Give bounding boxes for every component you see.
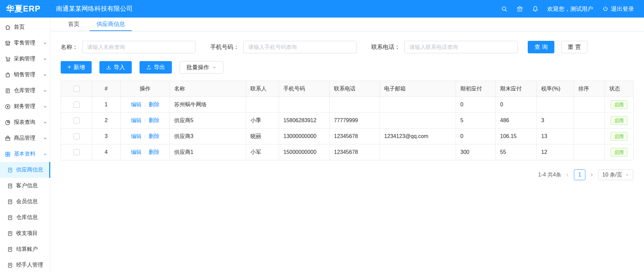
row-checkbox[interactable] xyxy=(73,102,80,108)
prev-page-button[interactable] xyxy=(565,172,570,177)
page-number[interactable]: 1 xyxy=(574,169,585,180)
page-size-select[interactable]: 10 条/页 xyxy=(598,169,633,180)
home-icon xyxy=(5,24,11,30)
col-sort: 排序 xyxy=(574,81,605,97)
col-contact: 联系人 xyxy=(246,81,279,97)
search-icon[interactable] xyxy=(501,5,508,12)
delete-link[interactable]: 删除 xyxy=(149,149,159,155)
row-checkbox[interactable] xyxy=(73,117,80,124)
sidebar-item-settlement-account[interactable]: 结算账户 xyxy=(0,241,50,257)
cell-mobile: 15806283912 xyxy=(279,113,330,129)
report-icon xyxy=(5,119,11,126)
telephone-search-input[interactable] xyxy=(404,41,518,53)
cell-closing-payable: 55 xyxy=(496,144,537,160)
sidebar-item-purchase[interactable]: 采购管理 xyxy=(0,51,50,67)
mobile-label: 手机号码： xyxy=(210,43,239,51)
cell-closing-payable: 486 xyxy=(496,113,537,129)
cell-index: 3 xyxy=(92,129,121,144)
sidebar-item-label: 经手人管理 xyxy=(16,262,43,269)
tab-label: 首页 xyxy=(68,20,80,28)
sidebar-item-label: 基本资料 xyxy=(14,151,35,158)
mobile-search-input[interactable] xyxy=(243,41,357,53)
bank-icon[interactable] xyxy=(516,5,523,12)
select-all-checkbox[interactable] xyxy=(73,86,80,92)
sidebar-item-home[interactable]: 首页 xyxy=(0,19,50,35)
col-name: 名称 xyxy=(170,81,246,97)
content: 名称： 手机号码： 联系电话： 查 询 重 置 + 新增 导入 导出 xyxy=(51,31,644,180)
pagination-total: 1-4 共4条 xyxy=(538,171,561,179)
name-search-input[interactable] xyxy=(82,41,195,53)
sidebar-item-label: 仓库管理 xyxy=(14,87,35,94)
delete-link[interactable]: 删除 xyxy=(149,117,159,123)
delete-link[interactable]: 删除 xyxy=(149,133,159,139)
company-name: 南通某某网络科技有限公司 xyxy=(56,4,133,13)
page-size-value: 10 条/页 xyxy=(602,171,622,179)
sidebar-item-sales[interactable]: 销售管理 xyxy=(0,67,50,83)
sidebar-item-warehouse[interactable]: 仓库管理 xyxy=(0,83,50,99)
sidebar-item-label: 供应商信息 xyxy=(16,166,43,173)
sidebar-item-label: 客户信息 xyxy=(16,182,38,189)
pagination: 1-4 共4条 1 10 条/页 xyxy=(61,169,633,180)
sidebar-item-customer-info[interactable]: 客户信息 xyxy=(0,178,50,194)
edit-link[interactable]: 编辑 xyxy=(131,149,142,155)
cell-index: 1 xyxy=(92,97,121,113)
link-divider xyxy=(145,150,145,155)
sidebar-item-supplier-info[interactable]: 供应商信息 xyxy=(0,162,50,178)
main-area: 首页 供应商信息 名称： 手机号码： 联系电话： 查 询 重 置 + 新增 导入 xyxy=(51,18,644,272)
table-header-row: # 操作 名称 联系人 手机号码 联系电话 电子邮箱 期初应付 期末应付 税率(… xyxy=(61,81,634,97)
export-button[interactable]: 导出 xyxy=(140,61,172,74)
app-logo: 华夏ERP xyxy=(0,3,51,14)
row-checkbox[interactable] xyxy=(73,149,80,155)
sidebar-item-label: 销售管理 xyxy=(14,71,35,78)
sidebar-item-basic-data[interactable]: 基本资料 xyxy=(0,146,50,162)
cell-closing-payable: 106.15 xyxy=(496,129,537,144)
col-mobile: 手机号码 xyxy=(279,81,330,97)
import-button[interactable]: 导入 xyxy=(99,61,132,74)
status-badge: 启用 xyxy=(611,116,627,125)
retail-icon xyxy=(5,40,11,46)
sidebar-item-label: 报表查询 xyxy=(14,119,35,126)
row-checkbox[interactable] xyxy=(73,133,80,139)
cell-contact: 小军 xyxy=(246,144,279,160)
cell-name: 供应商3 xyxy=(170,129,246,144)
document-icon xyxy=(7,230,13,237)
sidebar-item-report[interactable]: 报表查询 xyxy=(0,114,50,130)
logout-label: 退出登录 xyxy=(611,5,634,13)
edit-link[interactable]: 编辑 xyxy=(131,133,142,139)
edit-link[interactable]: 编辑 xyxy=(131,102,142,107)
plus-icon: + xyxy=(67,64,71,70)
delete-link[interactable]: 删除 xyxy=(149,102,159,107)
table-row: 4 编辑删除 供应商1 小军 15000000000 12345678 300 … xyxy=(61,144,634,160)
bell-icon[interactable] xyxy=(532,5,539,12)
cell-sort xyxy=(574,144,605,160)
sidebar-item-finance[interactable]: 财务管理 xyxy=(0,99,50,114)
reset-button[interactable]: 重 置 xyxy=(561,41,588,53)
sidebar-item-goods[interactable]: 商品管理 xyxy=(0,130,50,146)
cell-opening-payable: 0 xyxy=(456,97,496,113)
sidebar-item-warehouse-info[interactable]: 仓库信息 xyxy=(0,210,50,225)
finance-icon xyxy=(5,104,11,110)
batch-operation-button[interactable]: 批量操作 xyxy=(180,61,223,74)
next-page-button[interactable] xyxy=(589,172,594,177)
import-button-label: 导入 xyxy=(114,63,125,71)
link-divider xyxy=(145,134,145,139)
sidebar-item-retail[interactable]: 零售管理 xyxy=(0,35,50,51)
logout-button[interactable]: 退出登录 xyxy=(602,5,634,13)
sidebar-item-income-expense[interactable]: 收支项目 xyxy=(0,225,50,241)
cell-closing-payable: 0 xyxy=(496,97,537,113)
col-opening-payable: 期初应付 xyxy=(456,81,496,97)
cell-telephone xyxy=(330,97,380,113)
col-tax-rate: 税率(%) xyxy=(537,81,574,97)
sidebar-item-handler-management[interactable]: 经手人管理 xyxy=(0,257,50,272)
sidebar-item-label: 首页 xyxy=(14,24,25,31)
cell-contact: 晓丽 xyxy=(246,129,279,144)
cell-tax-rate: 12 xyxy=(537,144,574,160)
sidebar-item-member-info[interactable]: 会员信息 xyxy=(0,194,50,210)
edit-link[interactable]: 编辑 xyxy=(131,117,142,123)
tab-supplier-info[interactable]: 供应商信息 xyxy=(90,18,132,31)
tab-home[interactable]: 首页 xyxy=(61,18,86,31)
status-badge: 启用 xyxy=(611,132,627,141)
add-button[interactable]: + 新增 xyxy=(61,61,92,74)
table-row: 1 编辑删除 苏州蜗牛网络 0 0 启用 xyxy=(61,97,634,113)
query-button[interactable]: 查 询 xyxy=(528,41,554,53)
